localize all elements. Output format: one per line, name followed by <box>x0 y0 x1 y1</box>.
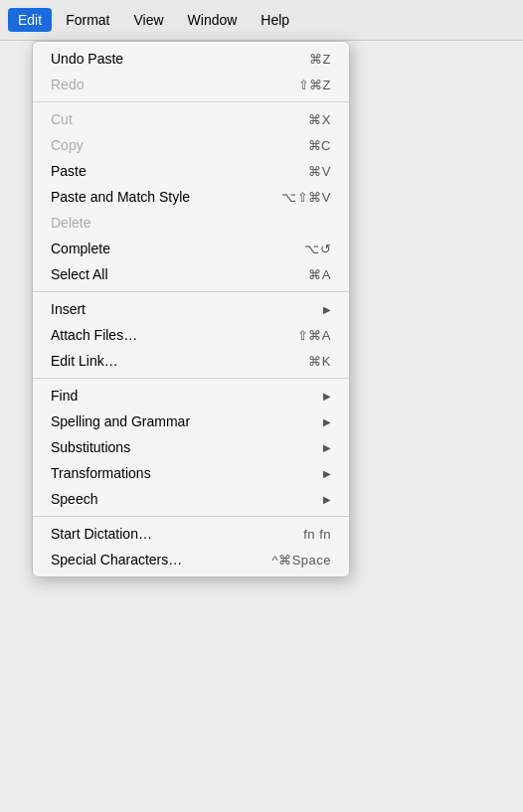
menu-item-shortcut: fn fn <box>303 527 331 542</box>
menu-item-label: Complete <box>51 241 110 256</box>
submenu-arrow-icon: ▶ <box>323 442 331 453</box>
menu-item-label: Transformations <box>51 465 151 481</box>
menu-item-cut: Cut⌘X <box>33 106 349 132</box>
menu-item-label: Paste <box>51 163 87 179</box>
menu-item-complete[interactable]: Complete⌥↺ <box>33 236 349 261</box>
menu-item-label: Copy <box>51 137 84 153</box>
menu-item-shortcut: ⌥⇧⌘V <box>281 190 331 205</box>
menu-item-shortcut: ⌘V <box>308 164 331 179</box>
menu-item-label: Redo <box>51 77 84 92</box>
menu-section-2: Insert▶Attach Files…⇧⌘AEdit Link…⌘K <box>33 292 349 379</box>
menu-item-label: Cut <box>51 111 73 127</box>
menu-item-shortcut: ⌘Z <box>309 52 331 67</box>
menu-item-label: Special Characters… <box>51 552 182 568</box>
menu-item-label: Delete <box>51 215 90 231</box>
menu-section-0: Undo Paste⌘ZRedo⇧⌘Z <box>33 42 349 102</box>
menu-item-speech[interactable]: Speech▶ <box>33 486 349 512</box>
menu-item-undo-paste[interactable]: Undo Paste⌘Z <box>33 46 349 72</box>
menu-section-3: Find▶Spelling and Grammar▶Substitutions▶… <box>33 379 349 517</box>
menu-item-label: Substitutions <box>51 439 130 455</box>
menubar-item-help[interactable]: Help <box>251 8 299 32</box>
menu-item-label: Spelling and Grammar <box>51 413 190 429</box>
menu-item-shortcut: ^⌘Space <box>272 553 331 568</box>
menu-item-label: Paste and Match Style <box>51 189 190 205</box>
menubar-item-edit[interactable]: Edit <box>8 8 52 32</box>
submenu-arrow-icon: ▶ <box>323 494 331 505</box>
menu-item-copy: Copy⌘C <box>33 132 349 158</box>
menu-item-label: Speech <box>51 491 97 507</box>
menu-item-label: Attach Files… <box>51 327 137 343</box>
menu-item-shortcut: ⌘K <box>308 354 331 369</box>
submenu-arrow-icon: ▶ <box>323 304 331 315</box>
menu-item-edit-link-[interactable]: Edit Link…⌘K <box>33 348 349 374</box>
menubar-item-window[interactable]: Window <box>178 8 248 32</box>
submenu-arrow-icon: ▶ <box>323 391 331 402</box>
menu-item-label: Find <box>51 388 78 404</box>
menu-item-find[interactable]: Find▶ <box>33 383 349 408</box>
menubar: Edit Format View Window Help <box>0 0 523 41</box>
menu-item-label: Start Dictation… <box>51 526 152 542</box>
submenu-arrow-icon: ▶ <box>323 468 331 479</box>
menu-item-transformations[interactable]: Transformations▶ <box>33 460 349 486</box>
submenu-arrow-icon: ▶ <box>323 416 331 427</box>
menu-item-paste[interactable]: Paste⌘V <box>33 158 349 184</box>
menu-item-start-dictation-[interactable]: Start Dictation…fn fn <box>33 521 349 547</box>
edit-menu-dropdown: Undo Paste⌘ZRedo⇧⌘ZCut⌘XCopy⌘CPaste⌘VPas… <box>32 41 350 577</box>
menu-item-paste-and-match-style[interactable]: Paste and Match Style⌥⇧⌘V <box>33 184 349 210</box>
menu-item-shortcut: ⌘X <box>308 112 331 127</box>
menu-item-shortcut: ⌥↺ <box>304 242 331 256</box>
menu-item-delete: Delete <box>33 210 349 236</box>
menu-item-insert[interactable]: Insert▶ <box>33 296 349 322</box>
menu-item-attach-files-[interactable]: Attach Files…⇧⌘A <box>33 322 349 348</box>
menu-item-label: Insert <box>51 301 86 317</box>
menu-section-4: Start Dictation…fn fnSpecial Characters…… <box>33 517 349 576</box>
menu-section-1: Cut⌘XCopy⌘CPaste⌘VPaste and Match Style⌥… <box>33 102 349 292</box>
menu-item-label: Select All <box>51 266 108 282</box>
menu-item-shortcut: ⇧⌘Z <box>298 78 331 92</box>
menu-item-select-all[interactable]: Select All⌘A <box>33 261 349 287</box>
menu-item-redo: Redo⇧⌘Z <box>33 72 349 97</box>
menubar-item-view[interactable]: View <box>123 8 173 32</box>
menu-item-label: Undo Paste <box>51 51 123 67</box>
menu-item-shortcut: ⇧⌘A <box>297 328 331 343</box>
menu-item-label: Edit Link… <box>51 353 118 369</box>
menu-item-shortcut: ⌘C <box>308 138 331 153</box>
menu-item-special-characters-[interactable]: Special Characters…^⌘Space <box>33 547 349 572</box>
menubar-item-format[interactable]: Format <box>56 8 119 32</box>
menu-item-shortcut: ⌘A <box>308 267 331 282</box>
menu-item-substitutions[interactable]: Substitutions▶ <box>33 434 349 460</box>
menu-item-spelling-and-grammar[interactable]: Spelling and Grammar▶ <box>33 408 349 434</box>
